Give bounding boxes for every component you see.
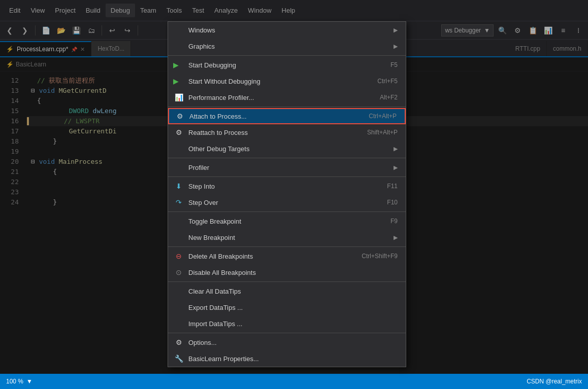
- menu-item-toggle-breakpoint-label: Toggle Breakpoint: [188, 218, 390, 225]
- menu-item-toggle-breakpoint-shortcut: F9: [390, 218, 398, 225]
- status-zoom-btn[interactable]: 100 %: [6, 378, 23, 385]
- menu-item-step-into-shortcut: F11: [387, 183, 398, 190]
- menu-sep-1: [168, 55, 406, 56]
- reattach-process-icon: ⚙: [174, 128, 183, 136]
- menu-item-basiclearn-properties-label: BasicLearn Properties...: [188, 355, 398, 363]
- menu-item-other-debug-targets-label: Other Debug Targets: [188, 145, 394, 153]
- debug-menu: Windows ▶ Graphics ▶ ▶ Start Debugging F…: [168, 21, 406, 367]
- status-zoom-arrow[interactable]: ▼: [26, 378, 32, 385]
- menu-item-profiler-label: Profiler: [188, 164, 394, 171]
- menu-item-import-datatips[interactable]: Import DataTips ...: [168, 315, 406, 332]
- menu-item-profiler-arrow: ▶: [394, 164, 398, 171]
- menu-sep-7: [168, 281, 406, 282]
- menu-item-reattach-to-process-shortcut: Shift+Alt+P: [367, 129, 398, 136]
- menu-item-reattach-to-process[interactable]: ⚙ Reattach to Process Shift+Alt+P: [168, 124, 406, 140]
- menu-item-start-debugging[interactable]: ▶ Start Debugging F5: [168, 57, 406, 73]
- menu-item-disable-all-breakpoints[interactable]: ⊙ Disable All Breakpoints: [168, 264, 406, 280]
- menu-sep-6: [168, 246, 406, 247]
- menu-item-delete-all-breakpoints-label: Delete All Breakpoints: [188, 253, 362, 260]
- menu-item-export-datatips[interactable]: Export DataTips ...: [168, 299, 406, 315]
- menu-item-step-over-label: Step Over: [188, 199, 387, 206]
- status-bar: 100 % ▼ CSDN @real_metrix: [0, 374, 588, 389]
- menu-sep-3: [168, 158, 406, 158]
- menu-item-disable-all-breakpoints-label: Disable All Breakpoints: [188, 269, 398, 276]
- menu-item-performance-profiler[interactable]: 📊 Performance Profiler... Alt+F2: [168, 89, 406, 105]
- menu-item-step-into[interactable]: ⬇ Step Into F11: [168, 178, 406, 194]
- menu-item-toggle-breakpoint[interactable]: Toggle Breakpoint F9: [168, 213, 406, 229]
- menu-item-attach-to-process-shortcut: Ctrl+Alt+P: [369, 113, 397, 120]
- attach-process-icon: ⚙: [175, 112, 184, 120]
- menu-sep-2: [168, 107, 406, 107]
- menu-item-graphics[interactable]: Graphics ▶: [168, 38, 406, 54]
- menu-item-windows[interactable]: Windows ▶: [168, 22, 406, 38]
- menu-item-export-datatips-label: Export DataTips ...: [188, 304, 398, 311]
- menu-item-step-over[interactable]: ↷ Step Over F10: [168, 194, 406, 210]
- menu-sep-5: [168, 211, 406, 212]
- menu-item-graphics-label: Graphics: [188, 43, 394, 50]
- menu-item-step-into-label: Step Into: [188, 183, 387, 190]
- properties-icon: 🔧: [174, 355, 183, 363]
- menu-item-import-datatips-label: Import DataTips ...: [188, 320, 398, 328]
- menu-item-start-debugging-label: Start Debugging: [188, 61, 390, 69]
- menu-item-start-without-debugging[interactable]: ▶ Start Without Debugging Ctrl+F5: [168, 73, 406, 89]
- menu-item-other-debug-targets[interactable]: Other Debug Targets ▶: [168, 140, 406, 157]
- disable-bp-icon: ⊙: [174, 268, 183, 276]
- menu-item-performance-profiler-label: Performance Profiler...: [188, 94, 380, 101]
- options-icon: ⚙: [174, 338, 183, 346]
- menu-item-options-label: Options...: [188, 339, 398, 346]
- menu-sep-8: [168, 333, 406, 333]
- menu-item-new-breakpoint-arrow: ▶: [394, 234, 398, 241]
- menu-item-profiler[interactable]: Profiler ▶: [168, 159, 406, 175]
- status-branding: CSDN @real_metrix: [527, 378, 582, 385]
- menu-item-start-debugging-shortcut: F5: [390, 61, 398, 68]
- menu-sep-4: [168, 176, 406, 177]
- menu-item-windows-label: Windows: [188, 26, 394, 34]
- menu-item-start-without-debugging-label: Start Without Debugging: [188, 78, 377, 85]
- menu-item-start-without-debugging-shortcut: Ctrl+F5: [377, 78, 398, 85]
- menu-item-attach-to-process-label: Attach to Process...: [189, 113, 369, 120]
- perf-profiler-icon: 📊: [174, 93, 183, 101]
- step-into-icon: ⬇: [174, 182, 183, 190]
- menu-item-clear-all-datatips[interactable]: Clear All DataTips: [168, 283, 406, 299]
- step-over-icon: ↷: [174, 198, 183, 206]
- menu-item-reattach-to-process-label: Reattach to Process: [188, 129, 367, 136]
- menu-item-graphics-arrow: ▶: [394, 43, 398, 50]
- menu-item-other-debug-targets-arrow: ▶: [394, 146, 398, 152]
- menu-item-clear-all-datatips-label: Clear All DataTips: [188, 288, 398, 295]
- menu-item-windows-arrow: ▶: [394, 27, 398, 33]
- menu-item-new-breakpoint[interactable]: New Breakpoint ▶: [168, 229, 406, 245]
- delete-bp-icon: ⊖: [174, 252, 183, 260]
- menu-item-options[interactable]: ⚙ Options...: [168, 334, 406, 350]
- menu-item-performance-profiler-shortcut: Alt+F2: [380, 94, 398, 101]
- menu-item-step-over-shortcut: F10: [387, 199, 398, 206]
- menu-item-basiclearn-properties[interactable]: 🔧 BasicLearn Properties...: [168, 350, 406, 367]
- menu-item-new-breakpoint-label: New Breakpoint: [188, 234, 394, 241]
- menu-item-attach-to-process[interactable]: ⚙ Attach to Process... Ctrl+Alt+P: [168, 108, 406, 124]
- start-nodebug-icon: ▶: [173, 77, 179, 85]
- menu-item-delete-all-breakpoints-shortcut: Ctrl+Shift+F9: [362, 253, 398, 260]
- start-debug-icon: ▶: [173, 61, 179, 69]
- menu-item-delete-all-breakpoints[interactable]: ⊖ Delete All Breakpoints Ctrl+Shift+F9: [168, 248, 406, 264]
